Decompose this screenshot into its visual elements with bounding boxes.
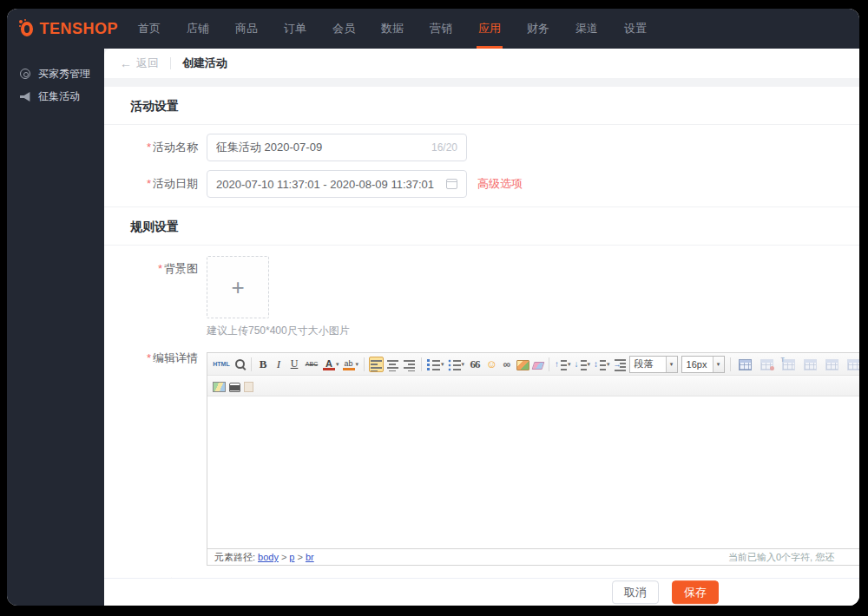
- bold-icon: B: [257, 357, 269, 371]
- back-button[interactable]: ← 返回: [120, 56, 159, 71]
- font-size-dropdown[interactable]: 16px▾: [681, 356, 725, 373]
- insert-col-left-icon: [825, 359, 838, 370]
- emoji-button[interactable]: ☺: [484, 357, 498, 372]
- insert-table-button[interactable]: [735, 357, 755, 371]
- chevron-down-icon: ▾: [607, 361, 610, 368]
- circle-dot-icon: [20, 69, 30, 79]
- indent-button[interactable]: →: [613, 357, 627, 372]
- insert-col-right-button[interactable]: [844, 357, 859, 371]
- action-footer: 取消 保存: [104, 578, 859, 606]
- highlight-color-button[interactable]: ab▾: [342, 357, 360, 371]
- delete-table-icon: [760, 359, 773, 370]
- brand-logo-icon: [21, 22, 33, 36]
- preview-button[interactable]: [233, 357, 247, 372]
- element-path-br-link[interactable]: br: [306, 552, 314, 562]
- paragraph-spacing-bottom-icon: ↓: [575, 357, 587, 371]
- bold-button[interactable]: B: [256, 357, 270, 372]
- editor-label: *编辑详情: [115, 350, 198, 367]
- remove-format-button[interactable]: [532, 357, 544, 370]
- nav-item-apps[interactable]: 应用: [465, 9, 514, 49]
- word-count: 当前已输入0个字符, 您还: [728, 549, 834, 565]
- activity-date-input[interactable]: 2020-07-10 11:37:01 - 2020-08-09 11:37:0…: [207, 170, 467, 198]
- required-asterisk: *: [158, 262, 162, 275]
- align-left-icon: [370, 357, 383, 371]
- form-row-editor: *编辑详情 HTMLBIUABCA▾ab▾▾▾66☺∞↑▾↓▾↕▾→段落▾16p…: [104, 345, 859, 566]
- print-button[interactable]: [228, 379, 241, 393]
- paragraph-spacing-bottom-button[interactable]: ↓▾: [574, 357, 592, 372]
- app-window: TENSHOP 首页 店铺 商品 订单 会员 数据 营销 应用 财务 渠道 设置…: [7, 9, 859, 606]
- ordered-list-button[interactable]: ▾: [426, 357, 445, 372]
- advanced-options-link[interactable]: 高级选项: [477, 176, 523, 192]
- unordered-list-button[interactable]: ▾: [447, 357, 466, 372]
- toolbar-separator: [730, 357, 731, 371]
- paragraph-style-value: 段落: [630, 357, 666, 370]
- chevron-down-icon: ▾: [462, 361, 465, 368]
- form-row-activity-name: *活动名称 征集活动 2020-07-09 16/20: [104, 134, 859, 161]
- sidebar-item-collect-activity[interactable]: 征集活动: [7, 85, 104, 108]
- underline-button[interactable]: U: [287, 357, 301, 372]
- font-color-button[interactable]: A▾: [322, 357, 340, 371]
- merge-cells-button[interactable]: [800, 357, 820, 371]
- save-button[interactable]: 保存: [672, 580, 719, 605]
- paragraph-spacing-top-button[interactable]: ↑▾: [554, 357, 572, 372]
- align-center-button[interactable]: [385, 357, 400, 372]
- nav-item-data[interactable]: 数据: [368, 9, 417, 49]
- line-height-button[interactable]: ↕▾: [593, 357, 611, 372]
- paragraph-spacing-top-icon: ↑: [555, 357, 567, 371]
- blockquote-button[interactable]: 66: [467, 357, 483, 372]
- strikethrough-button[interactable]: ABC: [303, 357, 320, 372]
- activity-name-input[interactable]: 征集活动 2020-07-09 16/20: [207, 134, 467, 161]
- nav-item-marketing[interactable]: 营销: [417, 9, 465, 49]
- sidebar-item-label: 征集活动: [38, 89, 80, 104]
- editor-content-area[interactable]: [207, 396, 859, 548]
- chevron-down-icon: ▾: [336, 361, 339, 368]
- nav-item-shop[interactable]: 店铺: [174, 9, 222, 49]
- element-path-body-link[interactable]: body: [258, 552, 279, 562]
- activity-name-label: *活动名称: [115, 134, 198, 161]
- chevron-down-icon: ▾: [568, 361, 571, 368]
- chevron-down-icon: ▾: [441, 361, 444, 368]
- required-asterisk: *: [147, 351, 151, 364]
- table-header-icon: [782, 359, 795, 370]
- calendar-icon: [446, 179, 457, 189]
- source-html-button[interactable]: HTML: [212, 357, 231, 372]
- background-upload-wrap: +: [207, 256, 269, 318]
- align-center-icon: [386, 357, 399, 371]
- align-left-button[interactable]: [369, 357, 384, 372]
- source-html-icon: HTML: [213, 357, 230, 371]
- page-header: ← 返回 创建活动: [104, 49, 859, 78]
- left-sidebar: 买家秀管理 征集活动: [7, 49, 104, 606]
- nav-item-goods[interactable]: 商品: [222, 9, 271, 49]
- chevron-down-icon: ▾: [588, 361, 591, 368]
- cancel-button[interactable]: 取消: [612, 580, 659, 605]
- insert-map-icon: [213, 382, 226, 392]
- merge-cells-icon: [804, 359, 817, 370]
- underline-icon: U: [288, 357, 300, 371]
- nav-item-settings[interactable]: 设置: [611, 9, 660, 49]
- sidebar-item-buyer-show[interactable]: 买家秀管理: [7, 62, 104, 85]
- toolbar-separator: [251, 357, 252, 371]
- nav-item-home[interactable]: 首页: [125, 9, 174, 49]
- insert-col-right-icon: [847, 359, 859, 370]
- table-header-button[interactable]: [779, 357, 799, 371]
- paragraph-style-dropdown[interactable]: 段落▾: [629, 356, 678, 373]
- nav-item-finance[interactable]: 财务: [514, 9, 562, 49]
- insert-image-button[interactable]: [516, 357, 530, 371]
- insert-col-left-button[interactable]: [822, 357, 842, 371]
- delete-table-button[interactable]: [757, 357, 777, 371]
- italic-button[interactable]: I: [272, 357, 286, 372]
- editor-toolbar-row2: [207, 376, 859, 396]
- insert-link-button[interactable]: ∞: [500, 357, 514, 372]
- element-path-label: 元素路径:: [214, 551, 255, 564]
- element-path-p-link[interactable]: p: [289, 552, 294, 562]
- nav-item-orders[interactable]: 订单: [271, 9, 319, 49]
- align-right-button[interactable]: [402, 357, 417, 372]
- section-title-rules: 规则设置: [104, 207, 859, 246]
- background-upload-box[interactable]: +: [207, 256, 269, 318]
- brand-logo[interactable]: TENSHOP: [7, 9, 118, 49]
- nav-item-channels[interactable]: 渠道: [562, 9, 611, 49]
- paste-button[interactable]: [243, 379, 254, 393]
- remove-format-icon: [532, 362, 545, 370]
- nav-item-members[interactable]: 会员: [319, 9, 368, 49]
- insert-map-button[interactable]: [212, 379, 227, 393]
